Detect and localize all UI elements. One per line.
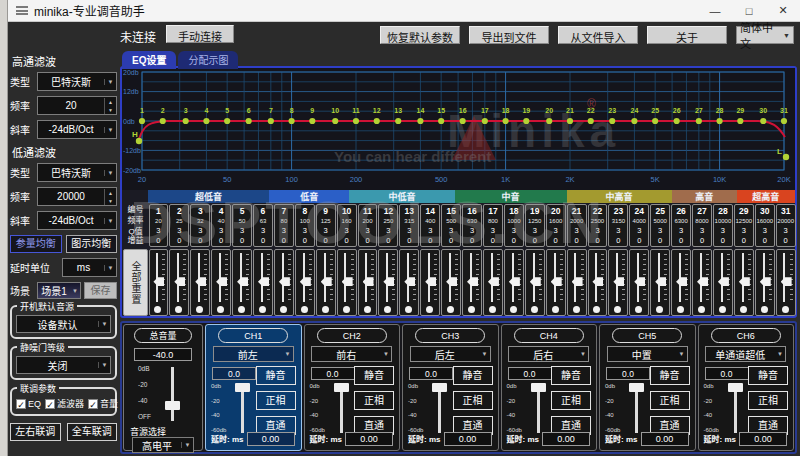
band-frequency-value[interactable]: 1250 xyxy=(526,217,544,226)
eq-point-13[interactable] xyxy=(395,118,401,124)
band-q-value[interactable]: 3 xyxy=(756,226,774,236)
band-gain-value[interactable]: 0 xyxy=(756,236,774,246)
band-q-value[interactable]: 3 xyxy=(317,226,335,236)
eq-point-11[interactable] xyxy=(353,118,359,124)
channel-assign-select[interactable]: 后左▼ xyxy=(410,346,491,362)
band-gain-value[interactable]: 0 xyxy=(296,236,314,246)
band-frequency-value[interactable]: 32 xyxy=(191,217,209,226)
band-bypass-dot[interactable] xyxy=(468,306,475,313)
band-bypass-dot[interactable] xyxy=(719,306,726,313)
spin-up-icon[interactable]: ▲ xyxy=(105,98,116,106)
channel-assign-select[interactable]: 中置▼ xyxy=(607,346,688,362)
eq-point-30[interactable] xyxy=(760,118,766,124)
band-bypass-dot[interactable] xyxy=(510,306,517,313)
band-gain-slider[interactable] xyxy=(378,249,398,316)
band-gain-value[interactable]: 0 xyxy=(693,236,711,246)
band-gain-value[interactable]: 0 xyxy=(150,236,168,246)
tab-crossover-diagram[interactable]: 分配示图 xyxy=(178,51,238,69)
band-frequency-value[interactable]: 6300 xyxy=(672,217,690,226)
default-source-select[interactable]: 设备默认▼ xyxy=(16,315,111,333)
reset-all-button[interactable]: 全部重置 xyxy=(123,249,148,316)
band-frequency-value[interactable]: 1000 xyxy=(505,217,523,226)
band-bypass-dot[interactable] xyxy=(656,306,663,313)
band-frequency-value[interactable]: 80 xyxy=(275,217,293,226)
eq-point-27[interactable] xyxy=(696,118,702,124)
hpf-type-select[interactable]: 巴特沃斯▼ xyxy=(37,72,117,91)
delay-value[interactable]: 0.00 xyxy=(641,432,689,446)
slider-thumb[interactable] xyxy=(488,277,499,286)
band-gain-slider[interactable] xyxy=(462,249,482,316)
channel-gain-slider[interactable]: 0db-20-40-60db xyxy=(605,383,651,435)
band-q-value[interactable]: 3 xyxy=(609,226,627,236)
eq-point-4[interactable] xyxy=(203,118,209,124)
band-frequency-value[interactable]: 5000 xyxy=(651,217,669,226)
band-gain-value[interactable]: 0 xyxy=(275,236,293,246)
slider-track[interactable] xyxy=(171,367,174,421)
band-gain-value[interactable]: 0 xyxy=(505,236,523,246)
scene-select[interactable]: 场景1▼ xyxy=(37,282,81,299)
band-gain-slider[interactable] xyxy=(525,249,545,316)
slider-thumb[interactable] xyxy=(739,277,750,286)
eq-point-15[interactable] xyxy=(438,118,444,124)
eq-point-22[interactable] xyxy=(588,118,594,124)
band-gain-value[interactable]: 0 xyxy=(463,236,481,246)
phase-button[interactable]: 正相 xyxy=(551,391,591,410)
eq-point-3[interactable] xyxy=(183,118,189,124)
checkbox-filter[interactable]: ✓ xyxy=(45,399,55,409)
slider-thumb[interactable] xyxy=(613,277,624,286)
eq-point-26[interactable] xyxy=(674,118,680,124)
band-gain-slider[interactable] xyxy=(420,249,440,316)
master-volume-button[interactable]: 总音量 xyxy=(134,328,192,343)
hpf-slope-select[interactable]: -24dB/Oct▼ xyxy=(37,120,117,139)
band-frequency-value[interactable]: 400 xyxy=(421,217,439,226)
hpf-freq-spinner[interactable]: 20▲▼ xyxy=(37,96,117,115)
band-q-value[interactable]: 3 xyxy=(254,226,272,236)
band-q-value[interactable]: 3 xyxy=(359,226,377,236)
squelch-select[interactable]: 关闭▼ xyxy=(16,356,111,374)
band-frequency-value[interactable]: 63 xyxy=(254,217,272,226)
channel-assign-select[interactable]: 后右▼ xyxy=(508,346,589,362)
slider-track[interactable] xyxy=(340,385,343,433)
band-gain-value[interactable]: 0 xyxy=(526,236,544,246)
band-frequency-value[interactable]: 1600 xyxy=(547,217,565,226)
slider-thumb[interactable] xyxy=(531,383,546,392)
band-frequency-value[interactable]: 100 xyxy=(296,217,314,226)
band-bypass-dot[interactable] xyxy=(677,306,684,313)
channel-gain-value[interactable]: 0.0 xyxy=(705,367,749,380)
band-frequency-value[interactable]: 8000 xyxy=(693,217,711,226)
band-gain-slider[interactable] xyxy=(316,249,336,316)
slider-thumb[interactable] xyxy=(432,383,447,392)
eq-point-16[interactable] xyxy=(460,118,466,124)
band-bypass-dot[interactable] xyxy=(154,306,161,313)
band-frequency-value[interactable]: 4000 xyxy=(630,217,648,226)
band-gain-value[interactable]: 0 xyxy=(714,236,732,246)
band-q-value[interactable]: 3 xyxy=(735,226,753,236)
graphic-eq-button[interactable]: 图示均衡 xyxy=(66,235,118,253)
slider-thumb[interactable] xyxy=(195,277,206,286)
checkbox-volume[interactable]: ✓ xyxy=(88,399,98,409)
band-frequency-value[interactable]: 10000 xyxy=(714,217,732,226)
channel-gain-slider[interactable]: 0db-20-40-60db xyxy=(211,383,257,435)
slider-track[interactable] xyxy=(537,385,540,433)
band-gain-value[interactable]: 0 xyxy=(421,236,439,246)
band-q-value[interactable]: 3 xyxy=(484,226,502,236)
eq-point-6[interactable] xyxy=(246,118,252,124)
band-gain-slider[interactable] xyxy=(629,249,649,316)
band-gain-slider[interactable] xyxy=(190,249,210,316)
band-bypass-dot[interactable] xyxy=(301,306,308,313)
band-q-value[interactable]: 3 xyxy=(233,226,251,236)
slider-thumb[interactable] xyxy=(216,277,227,286)
eq-point-7[interactable] xyxy=(268,118,274,124)
slider-thumb[interactable] xyxy=(676,277,687,286)
band-gain-value[interactable]: 0 xyxy=(338,236,356,246)
link-left-right-button[interactable]: 左右联调 xyxy=(10,423,61,441)
eq-point-31[interactable] xyxy=(781,118,787,124)
band-bypass-dot[interactable] xyxy=(531,306,538,313)
slider-thumb[interactable] xyxy=(530,277,541,286)
lpf-type-select[interactable]: 巴特沃斯▼ xyxy=(37,163,117,182)
slider-thumb[interactable] xyxy=(572,277,583,286)
slider-thumb[interactable] xyxy=(165,401,180,410)
band-q-value[interactable]: 3 xyxy=(275,226,293,236)
band-frequency-value[interactable]: 630 xyxy=(463,217,481,226)
band-gain-value[interactable]: 0 xyxy=(442,236,460,246)
